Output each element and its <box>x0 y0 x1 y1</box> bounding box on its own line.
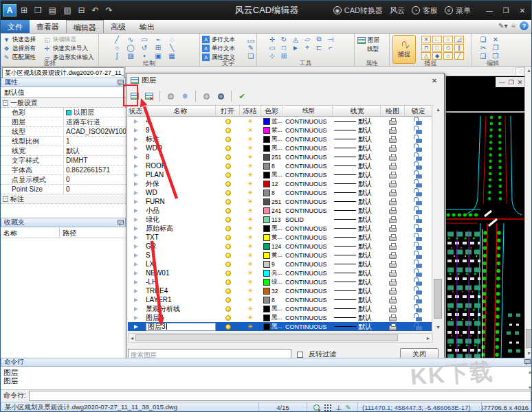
layer-name-input[interactable]: 图层3 <box>146 323 216 331</box>
layer-lineweight-cell[interactable]: 默认 <box>333 135 381 144</box>
layer-lock-icon[interactable] <box>416 264 422 268</box>
layer-freeze-icon[interactable]: ☀ <box>247 136 254 143</box>
tab-viewer[interactable]: 查看器 <box>30 20 66 33</box>
layer-freeze-icon[interactable]: ☀ <box>247 163 254 170</box>
draw-tool-icon[interactable]: ◯ <box>125 43 136 52</box>
layer-lineweight-cell[interactable]: 默认 <box>333 179 381 188</box>
snap-mode-icon[interactable]: ✕ <box>421 36 431 43</box>
snap-mode-icon[interactable]: ◇ <box>443 44 453 52</box>
layer-freeze-icon[interactable]: ☀ <box>247 234 254 241</box>
layer-on-icon[interactable] <box>225 297 231 303</box>
layer-plot-icon[interactable] <box>389 174 397 179</box>
layer-lineweight-cell[interactable]: 默认 <box>333 286 381 295</box>
snap-mode-icon[interactable]: ○ <box>443 36 453 43</box>
layer-plot-icon[interactable] <box>389 236 397 241</box>
layer-on-icon[interactable] <box>225 262 231 267</box>
layer-lineweight-cell[interactable]: 默认 <box>333 268 381 277</box>
layer-lineweight-cell[interactable]: 默认 <box>333 144 381 152</box>
layer-list-hscrollbar[interactable]: ◂ ▸ <box>128 333 433 343</box>
layer-plot-icon[interactable] <box>389 218 397 223</box>
linetype-button[interactable]: 线型 <box>357 45 379 54</box>
layer-color-cell[interactable]: 8 <box>261 188 283 197</box>
layer-plot-icon[interactable] <box>389 192 397 196</box>
layer-plot-icon[interactable] <box>389 325 397 330</box>
scroll-left-icon[interactable]: ◂ <box>129 335 135 341</box>
layers-button[interactable]: 图层 <box>357 36 379 45</box>
property-row[interactable]: 文字样式DIMHT <box>1 156 126 165</box>
layer-row[interactable]: NEW01☀亮...CONTINUOUS默认 <box>128 268 433 277</box>
layer-plot-icon[interactable] <box>389 308 397 312</box>
layer-row[interactable]: 4☀蓝...CONTINUOUS默认 <box>128 117 433 126</box>
maximize-button[interactable]: ❐ <box>498 4 513 16</box>
layer-color-cell[interactable]: 蓝... <box>261 117 283 126</box>
scroll-down-icon[interactable]: ▾ <box>434 324 442 330</box>
layer-lineweight-cell[interactable]: 默认 <box>333 295 381 304</box>
layer-linetype-cell[interactable]: CONTINUOUS <box>283 179 333 188</box>
col-plot[interactable]: 绘图 <box>381 106 405 116</box>
edit-tool-icon[interactable]: ❐ <box>490 43 501 52</box>
layer-plot-icon[interactable] <box>389 129 397 134</box>
command-input[interactable] <box>29 391 531 401</box>
layer-freeze-icon[interactable]: ☀ <box>247 207 254 214</box>
layer-row[interactable]: 图层3☀黑...CONTINUOUS默认 <box>128 322 433 331</box>
layer-freeze-icon[interactable]: ☀ <box>247 252 254 259</box>
draw-tool-icon[interactable]: ╱ <box>111 35 122 43</box>
layer-plot-icon[interactable] <box>389 227 397 232</box>
layer-lineweight-cell[interactable]: 默认 <box>333 215 381 224</box>
layer-lock-icon[interactable] <box>416 273 422 277</box>
layer-lock-icon[interactable] <box>416 157 422 161</box>
layer-plot-icon[interactable] <box>389 299 397 304</box>
doc-minimize-icon[interactable]: — <box>499 79 505 86</box>
layer-linetype-cell[interactable]: CONTINUOUS <box>283 161 333 170</box>
property-group-dimension[interactable]: −标注 <box>1 194 126 204</box>
layer-on-icon[interactable] <box>225 244 231 249</box>
tool-icon[interactable]: ► <box>290 43 301 52</box>
layer-freeze-icon[interactable]: ☀ <box>247 288 254 295</box>
layer-color-cell[interactable]: 8 <box>261 295 283 304</box>
freeze-layer-icon[interactable]: ❄ <box>179 91 190 102</box>
draw-tool-icon[interactable]: ╲ <box>166 43 177 52</box>
layer-row[interactable]: WDD☀黑...CONTINUOUS默认 <box>128 144 433 152</box>
layer-linetype-cell[interactable]: CONTINUOUS <box>283 135 333 144</box>
layer-row[interactable]: 图层2☀黑...CONTINUOUS默认 <box>128 313 433 322</box>
layer-freeze-icon[interactable]: ☀ <box>247 323 254 330</box>
draw-tool-icon[interactable]: ↺ <box>139 43 150 52</box>
layer-on-icon[interactable] <box>225 190 231 196</box>
layer-plot-icon[interactable] <box>389 138 397 143</box>
layer-linetype-cell[interactable]: CONTINUOUS <box>283 126 333 135</box>
layer-on-icon[interactable] <box>225 208 231 214</box>
pin-icon[interactable] <box>524 359 529 365</box>
edit-tool-icon[interactable]: ✂ <box>478 43 489 52</box>
layer-on-icon[interactable] <box>225 163 231 169</box>
layer-off-icon[interactable] <box>165 91 176 102</box>
layer-freeze-icon[interactable]: ☀ <box>247 127 254 134</box>
layer-on-icon[interactable] <box>225 154 231 160</box>
text-button[interactable]: A单行文本 <box>202 44 235 53</box>
layer-freeze-icon[interactable]: ☀ <box>247 270 254 277</box>
collapse-icon[interactable]: − <box>3 100 8 106</box>
layer-freeze-icon[interactable]: ☀ <box>247 261 254 268</box>
layer-row[interactable]: ROOF☀8CONTINUOUS默认 <box>128 161 433 170</box>
layer-lineweight-cell[interactable]: 默认 <box>333 117 381 126</box>
layer-lock-icon[interactable] <box>416 299 422 304</box>
quick-access-icon[interactable]: ❒ <box>34 5 42 15</box>
annotate-icon[interactable]: ✎▾ <box>498 22 507 30</box>
layer-lineweight-cell[interactable]: 默认 <box>333 197 381 206</box>
layer-plot-icon[interactable] <box>389 281 397 286</box>
layer-color-cell[interactable]: 12 <box>261 179 283 188</box>
layer-row[interactable]: TREE4☀32CONTINUOUS默认 <box>128 286 433 295</box>
layer-linetype-cell[interactable]: CONTINUOUS <box>283 295 333 304</box>
favorites-col-name[interactable]: 名称 <box>1 227 60 238</box>
layer-plot-icon[interactable] <box>389 263 397 268</box>
col-on[interactable]: 打开 <box>216 106 240 116</box>
col-linetype[interactable]: 线型 <box>283 106 333 116</box>
layer-on-icon[interactable] <box>225 137 231 142</box>
layer-row[interactable]: 8☀251CONTINUOUS默认 <box>128 152 433 161</box>
pin-icon[interactable] <box>118 80 122 86</box>
tab-output[interactable]: 输出 <box>133 20 162 33</box>
layer-row[interactable]: FURN☀251CONTINUOUS默认 <box>128 197 433 206</box>
layer-lock-icon[interactable] <box>416 308 422 312</box>
new-layer-icon[interactable] <box>129 91 140 102</box>
select-all-button[interactable]: ❖选择所有 <box>3 44 36 53</box>
layer-lineweight-cell[interactable]: 默认 <box>333 170 381 179</box>
